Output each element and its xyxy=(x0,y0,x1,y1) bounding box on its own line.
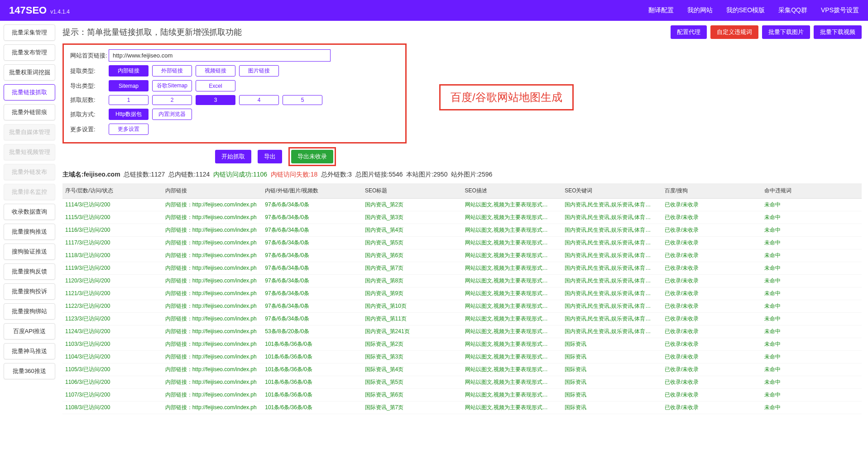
extract-type-option-0[interactable]: 内部链接 xyxy=(109,65,149,76)
table-row[interactable]: 1121/3/已访问/200内部链接：http://feijiseo.com/i… xyxy=(62,287,862,300)
table-row[interactable]: 1119/3/已访问/200内部链接：http://feijiseo.com/i… xyxy=(62,262,862,275)
table-header-2[interactable]: 内链/外链/图片/视频数 xyxy=(262,183,362,199)
brand-name: 147SEO xyxy=(9,5,47,16)
extract-type-label: 提取类型: xyxy=(70,67,109,75)
table-row[interactable]: 1116/3/已访问/200内部链接：http://feijiseo.com/i… xyxy=(62,224,862,237)
stat-ext-images: 站外图片:2596 xyxy=(451,171,492,178)
table-cell: 未命中 xyxy=(762,389,862,401)
export-type-option-2[interactable]: Excel xyxy=(196,80,235,91)
sidebar-item-16[interactable]: 批量神马推送 xyxy=(4,343,55,359)
custom-violation-button[interactable]: 自定义违规词 xyxy=(710,25,758,39)
sidebar-item-4[interactable]: 批量外链留痕 xyxy=(4,104,55,120)
sidebar-item-2[interactable]: 批量权重词挖掘 xyxy=(4,64,55,81)
table-cell: 97条/6条/34条/0条 xyxy=(262,313,362,325)
table-cell: 未命中 xyxy=(762,199,862,211)
table-cell: 内部链接：http://feijiseo.com/index.ph xyxy=(163,389,263,401)
topnav-item-0[interactable]: 翻译配置 xyxy=(648,6,674,14)
table-cell: 已收录/未收录 xyxy=(662,262,762,275)
table-header-1[interactable]: 内部链接 xyxy=(163,183,263,199)
topnav-item-3[interactable]: 采集QQ群 xyxy=(778,6,807,14)
table-row[interactable]: 1115/3/已访问/200内部链接：http://feijiseo.com/i… xyxy=(62,211,862,224)
table-row[interactable]: 1123/3/已访问/200内部链接：http://feijiseo.com/i… xyxy=(62,313,862,325)
depth-option-3[interactable]: 4 xyxy=(239,95,279,105)
proxy-config-button[interactable]: 配置代理 xyxy=(671,25,707,39)
table-cell: 网站以图文,视频为主要表现形式… xyxy=(462,351,562,363)
extract-type-option-2[interactable]: 视频链接 xyxy=(196,65,235,76)
table-cell: 国内资讯_第11页 xyxy=(362,313,462,325)
table-cell: 1122/3/已访问/200 xyxy=(62,300,163,313)
table-cell: 未命中 xyxy=(762,376,862,389)
table-cell: 97条/6条/34条/0条 xyxy=(262,275,362,287)
table-cell: 内部链接：http://feijiseo.com/index.ph xyxy=(163,338,263,351)
extract-type-option-3[interactable]: 图片链接 xyxy=(239,65,279,76)
table-row[interactable]: 1108/3/已访问/200内部链接：http://feijiseo.com/i… xyxy=(62,401,862,414)
sidebar-item-15[interactable]: 百度API推送 xyxy=(4,323,55,339)
start-crawl-button[interactable]: 开始抓取 xyxy=(215,150,251,163)
table-row[interactable]: 1117/3/已访问/200内部链接：http://feijiseo.com/i… xyxy=(62,237,862,249)
sidebar-item-14[interactable]: 批量搜狗绑站 xyxy=(4,303,55,320)
table-cell: 内部链接：http://feijiseo.com/index.ph xyxy=(163,249,263,262)
table-row[interactable]: 1106/3/已访问/200内部链接：http://feijiseo.com/i… xyxy=(62,376,862,389)
depth-option-2[interactable]: 3 xyxy=(196,95,235,105)
table-cell: 已收录/未收录 xyxy=(662,389,762,401)
sidebar-item-1[interactable]: 批量发布管理 xyxy=(4,44,55,61)
table-cell: 国内资讯_第241页 xyxy=(362,325,462,338)
depth-option-4[interactable]: 5 xyxy=(283,95,322,105)
table-header-5[interactable]: SEO关键词 xyxy=(562,183,662,199)
table-row[interactable]: 1107/3/已访问/200内部链接：http://feijiseo.com/i… xyxy=(62,389,862,401)
table-row[interactable]: 1114/3/已访问/200内部链接：http://feijiseo.com/i… xyxy=(62,199,862,211)
table-cell: 1104/3/已访问/200 xyxy=(62,351,163,363)
sidebar-item-0[interactable]: 批量采集管理 xyxy=(4,24,55,41)
table-cell: 未命中 xyxy=(762,275,862,287)
sidebar-item-10[interactable]: 批量搜狗推送 xyxy=(4,224,55,240)
table-row[interactable]: 1124/3/已访问/200内部链接：http://feijiseo.com/i… xyxy=(62,325,862,338)
table-cell: 网站以图文,视频为主要表现形式… xyxy=(462,300,562,313)
method-option-1[interactable]: 内置浏览器 xyxy=(152,109,192,120)
sidebar-item-12[interactable]: 批量搜狗反馈 xyxy=(4,263,55,280)
table-header-4[interactable]: SEO描述 xyxy=(462,183,562,199)
sidebar-item-13[interactable]: 批量搜狗投诉 xyxy=(4,283,55,300)
table-header-3[interactable]: SEO标题 xyxy=(362,183,462,199)
depth-option-0[interactable]: 1 xyxy=(109,95,149,105)
export-type-option-1[interactable]: 谷歌Sitemap xyxy=(152,80,192,91)
more-option-0[interactable]: 更多设置 xyxy=(109,124,149,135)
export-unindexed-button[interactable]: 导出未收录 xyxy=(291,150,333,163)
table-cell: 97条/6条/34条/0条 xyxy=(262,249,362,262)
sidebar-item-9[interactable]: 收录数据查询 xyxy=(4,204,55,220)
topnav-item-2[interactable]: 我的SEO模版 xyxy=(726,6,765,14)
export-button[interactable]: 导出 xyxy=(258,150,282,163)
table-row[interactable]: 1104/3/已访问/200内部链接：http://feijiseo.com/i… xyxy=(62,351,862,363)
topnav-item-4[interactable]: VPS拨号设置 xyxy=(821,6,859,14)
table-header-6[interactable]: 百度/搜狗 xyxy=(662,183,762,199)
table-row[interactable]: 1120/3/已访问/200内部链接：http://feijiseo.com/i… xyxy=(62,275,862,287)
table-cell: 国内资讯,民生资讯,娱乐资讯,体育… xyxy=(562,325,662,338)
table-cell: 101条/6条/36条/0条 xyxy=(262,338,362,351)
sidebar-item-6: 批量短视频管理 xyxy=(4,144,55,160)
table-row[interactable]: 1118/3/已访问/200内部链接：http://feijiseo.com/i… xyxy=(62,249,862,262)
table-row[interactable]: 1105/3/已访问/200内部链接：http://feijiseo.com/i… xyxy=(62,363,862,376)
table-row[interactable]: 1122/3/已访问/200内部链接：http://feijiseo.com/i… xyxy=(62,300,862,313)
bulk-download-image-button[interactable]: 批量下载图片 xyxy=(762,25,810,39)
export-type-option-0[interactable]: Sitemap xyxy=(109,80,149,91)
depth-option-1[interactable]: 2 xyxy=(152,95,192,105)
topbar: 147SEO v1.4.1.4 翻译配置我的网站我的SEO模版采集QQ群VPS拨… xyxy=(0,0,868,21)
table-cell: 国内资讯_第2页 xyxy=(362,199,462,211)
sidebar-item-3[interactable]: 批量链接抓取 xyxy=(4,84,55,100)
method-option-0[interactable]: Http数据包 xyxy=(109,109,149,120)
sidebar-item-17[interactable]: 批量360推送 xyxy=(4,363,55,379)
table-header-0[interactable]: 序号/层数/访问/状态 xyxy=(62,183,163,199)
extract-type-option-1[interactable]: 外部链接 xyxy=(152,65,192,76)
table-cell: 未命中 xyxy=(762,287,862,300)
table-cell: 1107/3/已访问/200 xyxy=(62,389,163,401)
table-cell: 国内资讯,民生资讯,娱乐资讯,体育… xyxy=(562,262,662,275)
table-header-7[interactable]: 命中违规词 xyxy=(762,183,862,199)
table-cell: 53条/8条/20条/0条 xyxy=(262,325,362,338)
bulk-download-video-button[interactable]: 批量下载视频 xyxy=(814,25,862,39)
table-row[interactable]: 1103/3/已访问/200内部链接：http://feijiseo.com/i… xyxy=(62,338,862,351)
url-input[interactable] xyxy=(109,49,331,62)
table-cell: 内部链接：http://feijiseo.com/index.ph xyxy=(163,211,263,224)
sidebar-item-11[interactable]: 搜狗验证推送 xyxy=(4,244,55,260)
table-cell: 101条/6条/36条/0条 xyxy=(262,363,362,376)
table-cell: 国内资讯,民生资讯,娱乐资讯,体育… xyxy=(562,211,662,224)
topnav-item-1[interactable]: 我的网站 xyxy=(687,6,713,14)
